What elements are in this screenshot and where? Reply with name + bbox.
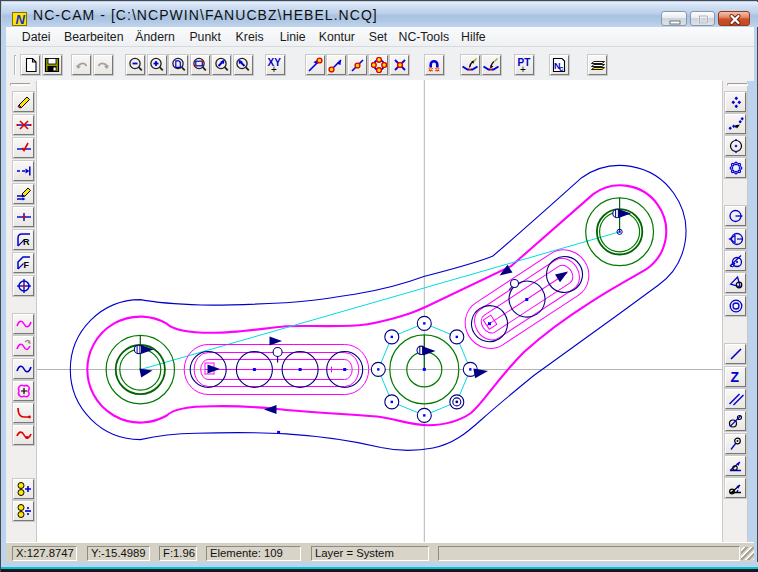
svg-text:Z: Z [730,369,739,385]
svg-text:+: + [271,64,277,73]
svg-text:c: c [559,64,564,73]
svg-text:F: F [23,260,29,270]
svg-text:R: R [23,237,30,247]
svg-text:+: + [520,64,526,73]
